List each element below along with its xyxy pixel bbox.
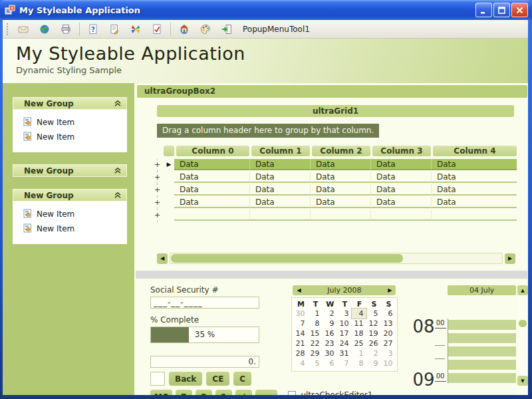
calendar-date[interactable]: 1 <box>352 348 366 358</box>
grid-cell[interactable]: Data <box>310 197 370 208</box>
grid-cell[interactable] <box>310 209 370 221</box>
calendar-date[interactable]: 20 <box>381 329 396 338</box>
calendar-date[interactable]: 14 <box>293 329 308 338</box>
calendar-date[interactable]: 2 <box>323 309 337 319</box>
grid-cell[interactable]: Data <box>370 159 431 170</box>
row-selector-header[interactable] <box>164 146 174 156</box>
calc-button-8[interactable]: 8 <box>196 390 212 395</box>
row-expand-icon[interactable]: + <box>151 159 164 172</box>
grid-cell[interactable]: Data <box>310 172 370 183</box>
calendar-date[interactable]: 19 <box>366 329 381 338</box>
checkbox[interactable] <box>288 391 296 395</box>
row-selector[interactable]: ▶ <box>164 159 174 172</box>
calendar-date[interactable]: 5 <box>308 358 323 368</box>
group-by-box[interactable]: Drag a column header here to group by th… <box>157 124 379 138</box>
calc-button-sqr[interactable]: sqr <box>255 390 278 395</box>
grid-cell[interactable] <box>249 209 310 221</box>
chevron-up-icon[interactable] <box>114 168 121 174</box>
calendar-date[interactable]: 9 <box>323 319 337 329</box>
row-selector[interactable] <box>164 197 174 209</box>
calc-button-7[interactable]: 7 <box>176 390 192 395</box>
calendar-date[interactable]: 27 <box>381 338 396 348</box>
calendar-date[interactable]: 6 <box>323 358 337 368</box>
close-button[interactable] <box>511 3 528 17</box>
calendar-date[interactable]: 10 <box>381 358 396 368</box>
dayview-scrollbar[interactable]: ▼ <box>517 297 528 395</box>
calendar-date[interactable]: 25 <box>352 338 366 348</box>
calc-button-ce[interactable]: CE <box>206 372 229 386</box>
calendar-date[interactable]: 9 <box>366 358 381 368</box>
minimize-button[interactable] <box>475 3 492 17</box>
grid-cell[interactable]: Data <box>310 159 370 170</box>
sidebar-item[interactable]: New Item <box>23 115 127 130</box>
calendar-date[interactable]: 22 <box>308 338 323 348</box>
grid-cell[interactable]: Data <box>174 172 249 183</box>
grid-cell[interactable] <box>431 209 517 221</box>
scrollbar-thumb[interactable] <box>519 320 527 327</box>
help-icon[interactable]: ? <box>86 23 100 36</box>
calendar-prev-button[interactable]: ◀ <box>293 285 305 295</box>
calendar-date[interactable]: 8 <box>308 319 323 329</box>
column-header[interactable]: Column 1 <box>251 146 310 156</box>
grid-cell[interactable]: Data <box>431 184 517 196</box>
calendar-date[interactable]: 4 <box>352 309 366 319</box>
grid-cell[interactable]: Data <box>370 184 431 196</box>
calendar-date[interactable]: 30 <box>293 309 308 319</box>
grid-cell[interactable]: Data <box>174 184 249 196</box>
time-slot[interactable] <box>448 320 516 330</box>
home-icon[interactable] <box>177 23 192 36</box>
grid-cell[interactable]: Data <box>310 184 370 196</box>
numeric-input[interactable] <box>150 356 259 368</box>
scroll-down-button[interactable]: ▼ <box>517 376 528 386</box>
toolbar-grip[interactable] <box>7 23 9 35</box>
scroll-up-button[interactable]: ▲ <box>517 285 528 295</box>
sidebar-group-header[interactable]: New Group <box>13 164 127 177</box>
calendar-date[interactable]: 26 <box>366 338 381 348</box>
calendar-date[interactable]: 23 <box>323 338 337 348</box>
colors-icon[interactable] <box>128 23 143 36</box>
sidebar-group-header[interactable]: New Group <box>13 189 127 201</box>
grid-cell[interactable]: Data <box>431 197 517 208</box>
column-header[interactable]: Column 0 <box>176 146 249 156</box>
calendar-date[interactable]: 15 <box>308 329 323 338</box>
calendar-date[interactable]: 10 <box>337 319 352 329</box>
row-selector[interactable] <box>164 172 174 184</box>
grid-cell[interactable]: Data <box>249 159 310 170</box>
table-row[interactable]: +DataDataDataDataData <box>151 172 517 184</box>
exit-icon[interactable] <box>219 23 234 36</box>
row-selector[interactable] <box>164 184 174 197</box>
row-expand-icon[interactable]: + <box>151 197 164 209</box>
chevron-up-icon[interactable] <box>114 100 121 106</box>
column-header[interactable]: Column 2 <box>312 146 370 156</box>
calendar-date[interactable]: 28 <box>293 348 308 358</box>
calendar-date[interactable]: 17 <box>337 329 352 338</box>
calc-button-c[interactable]: C <box>233 372 251 386</box>
world-icon[interactable] <box>37 23 52 36</box>
row-expand-icon[interactable]: + <box>151 209 164 222</box>
scroll-left-button[interactable]: ◀ <box>157 253 168 264</box>
calendar-date[interactable]: 24 <box>337 338 352 348</box>
chevron-up-icon[interactable] <box>114 192 121 198</box>
calendar-date[interactable]: 8 <box>352 358 366 368</box>
calendar-date[interactable]: 18 <box>352 329 366 338</box>
popup-menu-tool[interactable]: PopupMenuTool1 <box>243 25 310 34</box>
row-selector[interactable] <box>164 209 174 222</box>
calendar-date[interactable]: 7 <box>337 358 352 368</box>
grid-cell[interactable]: Data <box>370 197 431 208</box>
calendar-date[interactable]: 3 <box>337 309 352 319</box>
calc-button-9[interactable]: 9 <box>215 390 232 395</box>
column-header[interactable]: Column 4 <box>433 146 517 156</box>
time-slot[interactable] <box>448 360 516 370</box>
calendar-date[interactable]: 4 <box>293 358 308 368</box>
calc-button-back[interactable]: Back <box>169 372 202 386</box>
grid-cell[interactable] <box>370 209 431 221</box>
table-row[interactable]: +DataDataDataDataData <box>151 184 517 197</box>
sidebar-group-header[interactable]: New Group <box>13 97 127 110</box>
calendar-date[interactable]: 5 <box>366 309 381 319</box>
table-row[interactable]: +DataDataDataDataData <box>151 197 517 209</box>
calc-button-op[interactable]: / <box>235 390 252 395</box>
calendar-date[interactable]: 21 <box>293 338 308 348</box>
row-expand-icon[interactable]: + <box>151 172 164 184</box>
sidebar-item[interactable]: New Item <box>23 207 127 221</box>
scroll-right-button[interactable]: ▶ <box>505 253 515 264</box>
